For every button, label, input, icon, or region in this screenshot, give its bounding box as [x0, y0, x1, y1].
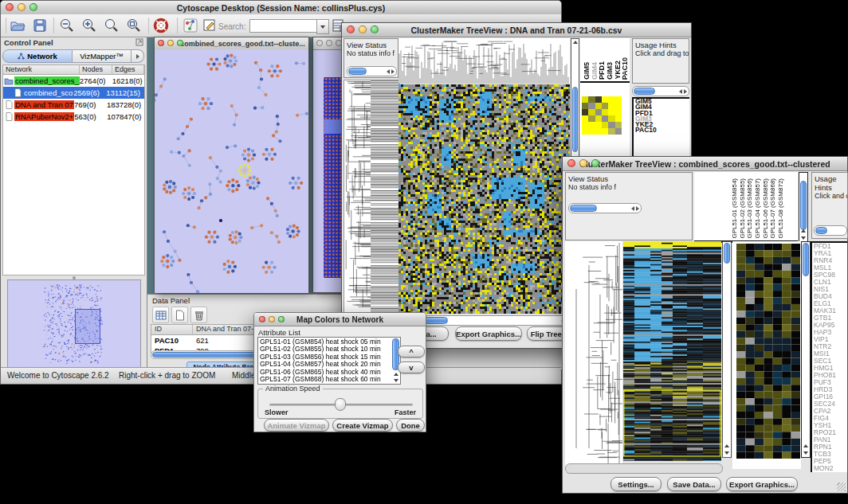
labels-vscrollbar[interactable]	[799, 172, 808, 243]
detail-heatmap-canvas[interactable]	[736, 244, 800, 459]
heatmap-hscrollbar[interactable]	[565, 463, 723, 474]
network-view-canvas[interactable]	[155, 49, 308, 293]
close-button[interactable]	[316, 40, 323, 46]
create-vizmap-button[interactable]: Create Vizmap	[332, 419, 393, 432]
zoom-button[interactable]	[591, 159, 599, 167]
col-edges[interactable]: Edges	[112, 65, 144, 74]
usage-hints-scrollbar[interactable]	[632, 86, 689, 96]
heatmap-canvas[interactable]	[398, 84, 570, 314]
new-attribute-icon[interactable]	[171, 307, 188, 323]
network-row[interactable]: RNAPuberNov2+ 563(0) 107847(0)	[3, 111, 144, 123]
save-icon[interactable]	[32, 18, 48, 33]
zoom-button[interactable]	[177, 40, 183, 46]
view-status-scrollbar[interactable]	[568, 203, 642, 213]
network-row[interactable]: DNA and Tran 07 769(0) 183728(0)	[3, 99, 144, 111]
zoom-button[interactable]	[29, 3, 37, 11]
tab-network[interactable]: Network	[2, 49, 73, 63]
delete-attribute-trash-icon[interactable]	[190, 307, 207, 323]
network-table-header[interactable]: Network Nodes Edges	[2, 64, 145, 75]
col-nodes[interactable]: Nodes	[80, 65, 112, 74]
scroll-down-icon[interactable]	[394, 379, 398, 382]
row-dendrogram-canvas[interactable]	[344, 80, 400, 315]
speed-slider-thumb[interactable]	[335, 398, 346, 411]
export-graphics-button[interactable]: Export Graphics...	[726, 477, 798, 491]
annotation-icon[interactable]	[202, 18, 218, 33]
close-button[interactable]	[6, 3, 14, 11]
network-row[interactable]: combined_scores_ 2764(0) 16218(0)	[3, 75, 144, 87]
column-label[interactable]: YKE2	[614, 61, 622, 80]
column-label[interactable]: PFD1	[598, 61, 606, 80]
column-label[interactable]: GIM3	[606, 62, 614, 80]
id-column-header[interactable]: ID	[151, 325, 193, 334]
col-network[interactable]: Network	[3, 65, 80, 74]
help-lifebuoy-icon[interactable]	[153, 18, 169, 33]
save-data-button[interactable]: Save Data...	[667, 477, 721, 491]
network-row[interactable]: combined_sco 2569(6) 13112(15)	[3, 87, 144, 99]
minimize-button[interactable]	[359, 25, 367, 33]
column-label[interactable]: GPL51-01 (GSM854)	[731, 178, 739, 239]
float-panel-icon[interactable]	[135, 38, 143, 46]
zoom-in-icon[interactable]	[81, 18, 97, 33]
window-controls[interactable]	[158, 40, 183, 46]
window-controls[interactable]	[259, 316, 285, 322]
minimize-button[interactable]	[579, 159, 587, 167]
move-down-button[interactable]: v	[398, 361, 425, 373]
open-folder-icon[interactable]	[10, 18, 26, 33]
close-button[interactable]	[347, 25, 355, 33]
gene-list-item[interactable]: PAC10	[634, 127, 689, 133]
zoom-out-icon[interactable]	[59, 18, 75, 33]
column-label[interactable]: GIM4	[591, 62, 599, 80]
attribute-select-icon[interactable]	[152, 307, 169, 323]
animate-vizmap-button[interactable]: Animate Vizmap	[264, 419, 329, 432]
treeview2-titlebar[interactable]: ClusterMaker TreeView : combined_scores_…	[563, 157, 847, 171]
search-dropdown-button[interactable]	[316, 19, 329, 34]
resize-grip[interactable]	[837, 483, 846, 491]
settings-button[interactable]: Settings...	[610, 477, 662, 491]
zoom-fit-icon[interactable]	[104, 18, 120, 33]
column-label[interactable]: GPL51-03 (GSM856)	[746, 178, 754, 239]
close-button[interactable]	[259, 316, 265, 322]
heatmap-canvas[interactable]	[623, 241, 721, 461]
minimize-button[interactable]	[18, 3, 26, 11]
minimize-button[interactable]	[326, 40, 332, 46]
birdseye-view-canvas[interactable]	[7, 279, 141, 369]
zoom-button[interactable]	[278, 316, 285, 322]
gene-list-item[interactable]: MON2	[812, 465, 847, 472]
zoom-selected-icon[interactable]	[126, 18, 142, 33]
attribute-list-item[interactable]: GPL51-07 (GSM868) heat shock 60 min	[258, 376, 400, 383]
detail-vscrollbar[interactable]	[801, 241, 811, 458]
column-label[interactable]: GIM5	[583, 62, 591, 80]
minimize-button[interactable]	[167, 40, 174, 46]
tab-vizmapper[interactable]: VizMapper™	[73, 49, 132, 63]
heatmap-vscrollbar[interactable]	[722, 241, 732, 458]
window-controls[interactable]	[6, 3, 37, 11]
row-dendrogram-canvas[interactable]	[565, 241, 622, 472]
minimize-button[interactable]	[269, 316, 275, 322]
inactive-window-controls[interactable]	[316, 40, 342, 46]
network-window-1-titlebar[interactable]: combined_scores_good.txt--cluste...	[155, 37, 308, 50]
zoom-button[interactable]	[371, 25, 379, 33]
dialog-titlebar[interactable]: Map Colors to Network	[254, 313, 426, 326]
column-label[interactable]: GPL51-04 (GSM857)	[754, 178, 762, 239]
column-label[interactable]: PAC10	[621, 57, 629, 80]
scroll-up-icon[interactable]	[394, 373, 398, 376]
similarity-matrix[interactable]	[582, 96, 622, 135]
usage-hints-scrollbar[interactable]	[814, 225, 847, 236]
close-button[interactable]	[567, 159, 575, 167]
column-label[interactable]: GPL51-07 (GSM868)	[769, 178, 777, 239]
tab-overflow-button[interactable]	[132, 49, 144, 63]
main-titlebar[interactable]: Cytoscape Desktop (Session Name: collins…	[1, 1, 561, 15]
done-button[interactable]: Done	[396, 419, 425, 432]
search-input[interactable]	[249, 19, 320, 33]
treeview1-titlebar[interactable]: ClusterMaker TreeView : DNA and Tran 07-…	[342, 23, 691, 37]
view-status-scrollbar[interactable]	[347, 66, 397, 76]
export-graphics-button[interactable]: Export Graphics...	[455, 326, 522, 341]
window-controls[interactable]	[567, 159, 599, 167]
column-dendrogram-canvas[interactable]	[398, 38, 570, 84]
column-label[interactable]: GPL51-06 (GSM865)	[762, 178, 770, 239]
column-label[interactable]: GPL51-02 (GSM855)	[739, 178, 747, 239]
close-button[interactable]	[158, 40, 164, 46]
move-up-button[interactable]: ^	[398, 346, 425, 357]
network-nodes-icon[interactable]	[183, 18, 198, 33]
column-label[interactable]: GPL51-08 (GSM872)	[777, 178, 785, 239]
